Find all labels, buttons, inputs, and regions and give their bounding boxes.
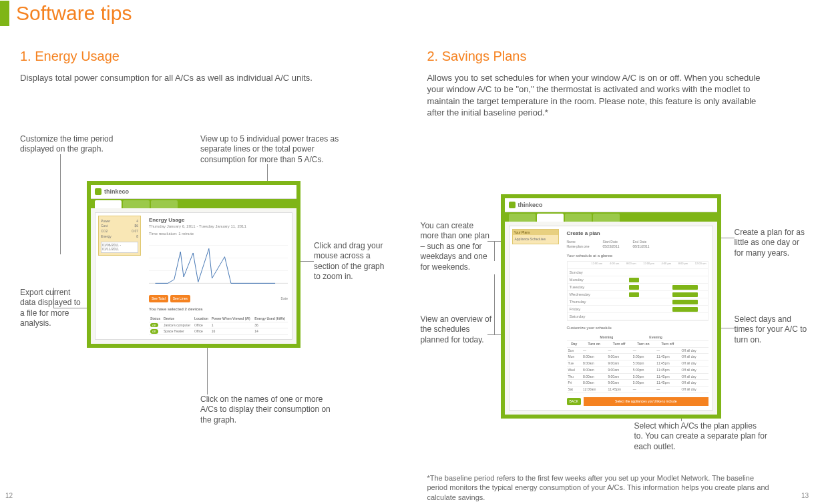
date-range-input[interactable]: 01/06/2011 - 01/11/2011 [101, 242, 138, 254]
glance-row[interactable]: Wednesday [568, 291, 708, 298]
table-row[interactable]: Tue8:00am9:00am5:00pm11:45pmOff all day [567, 360, 708, 367]
footnote: *The baseline period refers to the first… [427, 473, 775, 503]
end-date-input[interactable]: 08/31/2011 [632, 244, 649, 249]
page-number-right: 13 [801, 491, 809, 501]
tab[interactable] [593, 214, 620, 222]
nav-tabs[interactable] [505, 212, 717, 222]
schedule-glance-grid[interactable]: 12:00 am4:00 am8:00 am12:00 pm4:00 pm8:0… [567, 261, 708, 321]
leader-line [53, 288, 54, 308]
section-savings-plans: 2. Savings Plans Allows you to set sched… [427, 47, 795, 132]
customize-label: Customize your schedule [567, 325, 708, 330]
appliance-selector[interactable]: Select the appliances you'd like to incl… [584, 397, 708, 406]
section-energy-usage: 1. Energy Usage Displays total power con… [20, 47, 387, 132]
table-row[interactable]: Sat12:00am11:45pm——Off all day [567, 387, 708, 393]
callout-overview: View an overview of the schedules planne… [421, 314, 494, 346]
glance-row[interactable]: Thursday [568, 298, 708, 306]
page-number-left: 12 [5, 491, 13, 501]
schedule-table[interactable]: MorningEvening DayTurn onTurn offTurn on… [567, 334, 708, 393]
glance-row[interactable]: Saturday [568, 313, 708, 320]
logo-icon [509, 202, 516, 208]
back-button[interactable]: BACK [567, 398, 582, 405]
intro-savings: Allows you to set schedules for when you… [427, 72, 775, 119]
tab[interactable] [537, 214, 564, 222]
sidebar-header: Your Plans [513, 230, 558, 236]
logo-text: thinkeco [518, 201, 543, 209]
leader-line [207, 341, 208, 395]
page-title: Software tips [16, 0, 132, 27]
selection-summary: You have selected 2 devices [149, 306, 288, 312]
glance-row[interactable]: Friday [568, 306, 708, 313]
callout-time-period: Customize the time period displayed on t… [20, 134, 134, 155]
btn-see-lines[interactable]: See Lines [170, 295, 190, 302]
chart-title: Energy Usage [149, 217, 288, 224]
heading-savings: 2. Savings Plans [427, 47, 795, 65]
logo-icon [95, 188, 101, 195]
logo-text: thinkeco [104, 188, 129, 196]
table-row[interactable]: Fri8:00am9:00am5:00pm11:45pmOff all day [567, 380, 708, 387]
tab[interactable] [95, 200, 122, 208]
chart-subtitle: Thursday January 6, 2011 - Tuesday Janua… [149, 224, 288, 229]
callout-zoom: Click and drag your mouse across a secti… [314, 241, 387, 282]
tab[interactable] [509, 214, 536, 222]
summary-row: Power4 [101, 219, 138, 224]
nav-tabs[interactable] [91, 199, 296, 208]
usage-chart[interactable] [149, 238, 288, 291]
callout-ac-names: Click on the names of one or more A/Cs t… [200, 395, 334, 426]
screenshot-savings: thinkeco Your Plans Appliance Schedules … [501, 194, 721, 419]
device-table: Status Device Location Power When Viewed… [149, 316, 288, 335]
glance-row[interactable]: Tuesday [568, 284, 708, 291]
chart-note: Time resolution: 1 minute [149, 231, 288, 236]
screenshot-energy: thinkeco Power4 Cost$6 CO20.07 Energy8 0… [87, 181, 300, 348]
summary-row: Cost$6 [101, 224, 138, 228]
title-accent [0, 1, 9, 26]
glance-row[interactable]: Sunday [568, 269, 708, 276]
btn-see-total[interactable]: See Total [149, 295, 168, 302]
heading-energy: 1. Energy Usage [20, 47, 387, 65]
tab[interactable] [565, 214, 592, 222]
callout-select-acs: Select which A/Cs the plan applies to. Y… [634, 421, 768, 453]
tab[interactable] [123, 200, 150, 208]
table-row[interactable]: Sun————Off all day [567, 347, 708, 354]
leader-line [494, 241, 495, 261]
summary-row: Energy8 [101, 234, 138, 239]
table-row[interactable]: on Janice's computer Office 1 36 [149, 322, 288, 328]
table-row[interactable]: Wed8:00am9:00am5:00pm11:45pmOff all day [567, 366, 708, 373]
plan-sidebar: Your Plans Appliance Schedules [512, 229, 559, 245]
glance-row[interactable]: Monday [568, 276, 708, 284]
intro-energy: Displays total power consumption for all… [20, 72, 367, 84]
table-row[interactable]: Thu8:00am9:00am5:00pm11:45pmOff all day [567, 373, 708, 380]
callout-multi-plan: You can create more than one plan – such… [421, 221, 494, 273]
glance-label: Your schedule at a glance [567, 253, 708, 258]
table-row[interactable]: on Space Heater Office 16 14 [149, 328, 288, 335]
leader-line [60, 154, 61, 254]
tab[interactable] [151, 200, 178, 208]
callout-duration: Create a plan for as little as one day o… [735, 228, 808, 259]
panel-title: Create a plan [567, 230, 708, 238]
plan-name-input[interactable]: Home plan one [567, 244, 590, 249]
callout-select-days: Select days and times for your A/C to tu… [735, 314, 808, 346]
leader-line [494, 274, 495, 334]
table-row[interactable]: Mon8:00am9:00am5:00pm11:45pmOff all day [567, 354, 708, 360]
summary-row: CO20.07 [101, 229, 138, 234]
sidebar-summary: Power4 Cost$6 CO20.07 Energy8 01/06/2011… [98, 216, 141, 256]
callout-traces: View up to 5 individual power traces as … [200, 134, 361, 166]
start-date-input[interactable]: 05/23/2011 [602, 244, 619, 249]
sidebar-item[interactable]: Appliance Schedules [515, 237, 556, 242]
